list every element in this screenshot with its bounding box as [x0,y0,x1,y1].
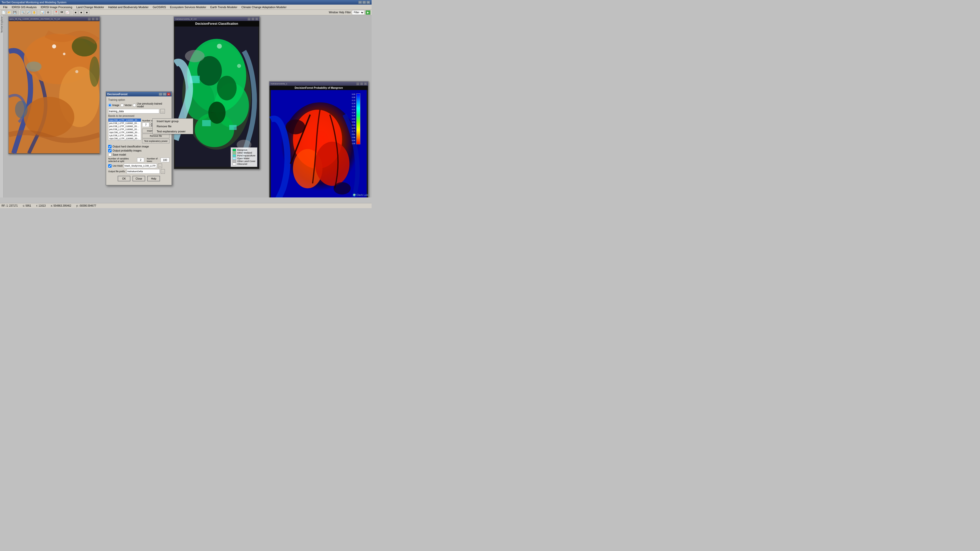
maximize-btn[interactable]: □ [363,1,366,4]
close-btn-dialog[interactable]: Close [132,176,145,181]
radio-pretrained-label[interactable]: Use previously trained model [133,102,169,108]
menu-geoosiris[interactable]: GeOSIRIS [151,5,168,9]
radio-pretrained[interactable] [133,103,136,107]
menu-habitat[interactable]: Habitat and Biodiversity Modeler [106,5,151,9]
satellite-window-1: peru_08_fhg_116060_20150501_20170409_01_… [8,16,100,154]
filter-go-btn[interactable]: ▶ [366,10,371,15]
filter-label: Filter [345,11,351,14]
menu-earth-trends[interactable]: Earth Trends Modeler [208,5,239,9]
band-item-6[interactable]: UpLC08_L1TP_116060_20150501_20170409_01_… [108,137,141,140]
output-prefix-input[interactable] [127,169,160,174]
bands-listbox[interactable]: UpLC08_L1TP_116060_20150501_20170409_01_… [108,118,141,140]
prob-minimize[interactable]: _ [356,82,360,85]
training-file-input[interactable] [108,109,159,114]
dialog-minimize[interactable]: _ [159,93,162,96]
save-model-cb[interactable] [108,153,111,156]
svg-point-31 [315,141,350,186]
mask-browse-btn[interactable]: … [158,164,162,168]
classif-window: mahakamedelta_df_m3 _ □ × DecisionForest… [173,16,260,169]
vars-split-input[interactable] [137,158,144,162]
svg-point-8 [89,56,100,87]
prob-maximize[interactable]: □ [360,82,363,85]
svg-point-10 [15,100,27,118]
tb-zoom-out[interactable]: 🔎 [26,10,31,15]
status-y: y: -58390.594677 [76,204,96,207]
tb-pan[interactable]: ✋ [32,10,37,15]
status-x: x: 554863.395462 [51,204,71,207]
tb-extra1[interactable]: ■ [73,10,78,15]
svg-point-23 [217,44,222,49]
sat-win1-minimize[interactable]: _ [88,17,91,21]
tb-new[interactable]: 📄 [1,10,6,15]
minimize-btn[interactable]: − [358,1,362,4]
radio-vector-label[interactable]: Vector [121,103,132,107]
menu-gis[interactable]: IDRISI GIS Analysis [10,5,39,9]
ctx-insert-layer[interactable]: Insert layer group [153,119,193,124]
help-btn[interactable]: Help [147,176,160,181]
title-bar: TerrSet Geospatial Monitoring and Modeli… [0,0,372,5]
mask-input[interactable] [124,164,157,168]
tb-zoom-in[interactable]: 🔍 [21,10,25,15]
radio-image-label[interactable]: Image [108,103,119,107]
tb-settings[interactable]: ⚙ [45,10,51,15]
sidebar-label: TerrSet Explorer [0,16,3,33]
radio-image[interactable] [108,103,111,107]
training-options-row: Image Vector Use previously trained mode… [108,102,169,108]
ok-btn[interactable]: OK [118,176,130,181]
help-label[interactable]: Help [339,11,344,14]
legend-box: Mangrove Other Wetland Pond Aquaculture [231,148,257,167]
band-item-0[interactable]: UpLC08_L1TP_116060_20150501_20170409_01_… [108,119,141,122]
tb-extra2[interactable]: ■ [79,10,84,15]
dialog-close[interactable]: × [167,93,170,96]
menu-land-change[interactable]: Land Change Modeler [74,5,106,9]
radio-vector[interactable] [121,103,124,107]
legend-color-pond-aqua [232,154,236,157]
output-hard-cb[interactable] [108,145,111,148]
use-mask-cb[interactable] [108,164,111,168]
status-bar: RF: 1: 237171 c: 5951 r: 11613 x: 554863… [0,203,372,208]
ctx-test-explanatory[interactable]: Test explanatory power [153,129,193,134]
sat-win1-maximize[interactable]: □ [92,17,95,21]
menu-image-proc[interactable]: IDRISI Image Processing [39,5,75,9]
training-file-browse[interactable]: … [160,109,165,114]
test-explanatory-btn[interactable]: Test explanatory power [142,139,169,143]
menu-ecosystem[interactable]: Ecosystem Services Modeler [168,5,208,9]
menu-climate[interactable]: Climate Change Adaptation Modeler [239,5,289,9]
classif-close[interactable]: × [255,17,258,21]
num-files-input[interactable] [142,122,149,127]
tb-chart[interactable]: 📈 [65,10,70,15]
ctx-remove-file[interactable]: Remove file [153,124,193,129]
menu-file[interactable]: File [1,5,10,9]
svg-point-5 [63,53,65,56]
band-item-5[interactable]: LpLC08_L1TP_116060_20150501_20170409_01_… [108,134,141,137]
dialog-maximize[interactable]: □ [163,93,166,96]
classif-titlebar: mahakamedelta_df_m3 _ □ × [174,17,259,21]
band-item-1[interactable]: pnLC08_L1TP_116060_20150501_20170409_01_… [108,122,141,125]
band-item-2[interactable]: pnLC08_L1TP_116060_20150501_20170409_01_… [108,125,141,128]
close-btn[interactable]: × [366,1,370,4]
band-item-4[interactable]: UpLC08_L1TP_116060_20150501_20170409_01_… [108,131,141,134]
filter-select[interactable]: Filter [352,10,364,15]
classif-maximize[interactable]: □ [251,17,255,21]
num-trees-input[interactable] [161,158,169,162]
radio-image-text: Image [112,104,119,106]
tb-map[interactable]: 🗺 [59,10,64,15]
title-bar-buttons: − □ × [358,1,370,4]
tb-extra3[interactable]: ■ [84,10,89,15]
prob-close[interactable]: × [364,82,367,85]
tb-gps[interactable]: 📍 [54,10,59,15]
band-item-3[interactable]: pnLC08_L1TP_116060_20150501_20170409_01_… [108,128,141,131]
prob-window: mahakamedelta_1 _ □ × DecisionForest Pro… [269,81,369,197]
sat-window-1-btns: _ □ × [87,17,99,21]
tb-save[interactable]: 💾 [12,10,18,15]
tb-open[interactable]: 📂 [6,10,12,15]
output-prob-cb[interactable] [108,149,111,152]
classif-minimize[interactable]: _ [248,17,251,21]
sat-win1-close[interactable]: × [95,17,99,21]
tb-layers[interactable]: 📊 [40,10,45,15]
main-area: TerrSet Explorer peru_08_fhg_116060_2015… [0,15,372,197]
output-prob-row: Output probability images [108,149,169,152]
prob-content: DecisionForest Probability of Mangrove [269,86,368,197]
remove-file-btn[interactable]: Remove file [142,134,169,138]
output-prefix-browse-btn[interactable]: … [161,169,165,174]
